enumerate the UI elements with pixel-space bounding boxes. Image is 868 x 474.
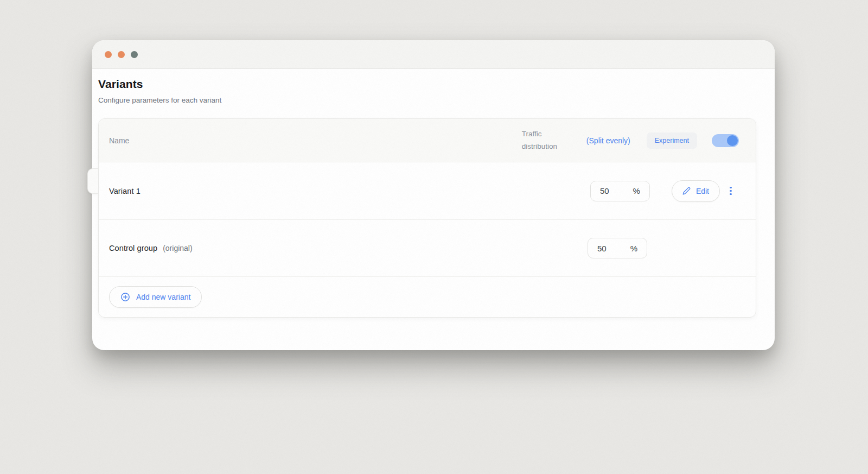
table-header-row: Name Traffic distribution (Split evenly)… xyxy=(99,119,756,162)
variants-window: Variants Configure parameters for each v… xyxy=(92,40,775,350)
window-titlebar xyxy=(92,40,775,69)
edit-variant-button[interactable]: Edit xyxy=(672,180,720,202)
percent-unit-label: % xyxy=(630,244,637,253)
traffic-percent-field: % xyxy=(590,181,650,201)
variant-kebab-menu[interactable] xyxy=(727,185,734,198)
variant-name: Control group xyxy=(109,244,157,252)
traffic-percent-field: % xyxy=(588,238,647,258)
traffic-percent-input[interactable] xyxy=(600,186,620,195)
window-zoom-button[interactable] xyxy=(131,51,138,58)
page-title: Variants xyxy=(98,78,756,91)
pencil-icon xyxy=(682,187,691,195)
plus-circle-icon xyxy=(120,292,130,302)
experiment-badge: Experiment xyxy=(647,132,697,149)
toggle-knob xyxy=(727,135,738,146)
kebab-dot xyxy=(730,193,732,195)
kebab-dot xyxy=(730,190,732,192)
table-footer-row: Add new variant xyxy=(99,276,756,317)
column-header-traffic-distribution: Traffic distribution xyxy=(522,128,566,153)
edit-button-label: Edit xyxy=(696,187,709,195)
table-row-variant-1: Variant 1 % Edit xyxy=(99,162,756,219)
percent-unit-label: % xyxy=(633,186,640,195)
kebab-dot xyxy=(730,187,732,189)
variant-name-suffix: (original) xyxy=(163,244,192,252)
window-close-button[interactable] xyxy=(105,51,112,58)
window-content: Variants Configure parameters for each v… xyxy=(92,69,775,318)
split-evenly-link[interactable]: (Split evenly) xyxy=(586,136,630,145)
table-row-control-group: Control group (original) % xyxy=(99,219,756,276)
variant-name: Variant 1 xyxy=(109,187,141,195)
experiment-toggle[interactable] xyxy=(712,134,739,147)
column-header-name: Name xyxy=(109,136,129,145)
window-minimize-button[interactable] xyxy=(118,51,125,58)
window-side-handle xyxy=(87,168,98,194)
traffic-percent-input[interactable] xyxy=(597,244,617,253)
variants-table: Name Traffic distribution (Split evenly)… xyxy=(98,118,756,318)
page-subtitle: Configure parameters for each variant xyxy=(98,96,756,104)
add-new-variant-button[interactable]: Add new variant xyxy=(109,286,202,308)
add-new-variant-label: Add new variant xyxy=(136,293,190,301)
